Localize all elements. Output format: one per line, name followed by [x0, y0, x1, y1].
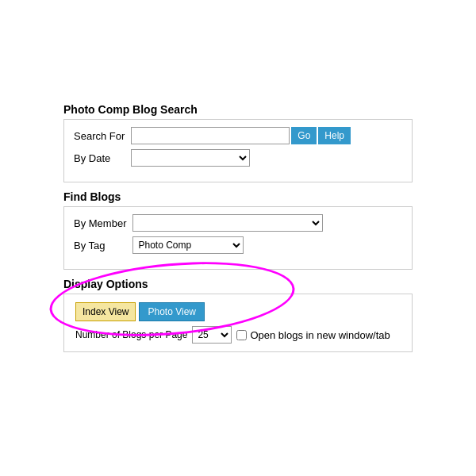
blog-search-title: Photo Comp Blog Search — [63, 103, 413, 116]
display-options-section: Index View Photo View Number of Blogs pe… — [63, 294, 413, 352]
by-member-label: By Member — [71, 212, 129, 234]
blog-search-section: Search For Go Help By Date T — [63, 119, 413, 182]
open-new-tab-checkbox[interactable] — [236, 330, 247, 340]
by-member-row: By Member — [71, 212, 405, 234]
by-date-row: By Date Today This Week This Month — [71, 147, 405, 169]
search-input[interactable] — [131, 127, 290, 144]
blogs-per-page-row: Number of Blogs per Page 10 25 50 100 Op… — [75, 326, 401, 344]
by-member-input-cell — [129, 212, 405, 234]
find-blogs-section: By Member By Tag Photo Comp Nature Trave… — [63, 206, 413, 270]
by-tag-select[interactable]: Photo Comp Nature Travel People — [132, 236, 244, 254]
index-view-button[interactable]: Index View — [75, 302, 136, 321]
by-tag-row: By Tag Photo Comp Nature Travel People — [71, 234, 405, 256]
open-new-tab-group: Open blogs in new window/tab — [236, 329, 390, 341]
blogs-per-page-label: Number of Blogs per Page — [75, 329, 187, 340]
by-date-select[interactable]: Today This Week This Month — [131, 149, 250, 167]
by-tag-label: By Tag — [71, 234, 129, 256]
search-input-group: Go Help — [131, 127, 402, 144]
help-button[interactable]: Help — [318, 127, 351, 144]
by-date-input-cell: Today This Week This Month — [128, 147, 405, 169]
find-blogs-table: By Member By Tag Photo Comp Nature Trave… — [71, 212, 405, 256]
blogs-per-page-select[interactable]: 10 25 50 100 — [192, 326, 232, 344]
page-wrapper: Photo Comp Blog Search Search For Go Hel… — [0, 0, 476, 476]
blog-search-table: Search For Go Help By Date T — [71, 125, 405, 169]
view-buttons: Index View Photo View — [75, 302, 401, 321]
form-container: Photo Comp Blog Search Search For Go Hel… — [63, 103, 413, 360]
go-button[interactable]: Go — [291, 127, 317, 144]
display-options-wrapper: Display Options Index View Photo View Nu… — [63, 278, 413, 352]
by-tag-input-cell: Photo Comp Nature Travel People — [129, 234, 405, 256]
by-member-select[interactable] — [132, 214, 323, 232]
search-for-row: Search For Go Help — [71, 125, 405, 147]
display-options-title: Display Options — [63, 278, 413, 290]
display-options-content: Index View Photo View Number of Blogs pe… — [71, 299, 405, 347]
search-for-label: Search For — [71, 125, 128, 147]
open-new-tab-label: Open blogs in new window/tab — [250, 329, 390, 341]
search-for-input-cell: Go Help — [128, 125, 405, 147]
by-date-label: By Date — [71, 147, 128, 169]
find-blogs-title: Find Blogs — [63, 190, 413, 203]
photo-view-button[interactable]: Photo View — [139, 302, 205, 321]
